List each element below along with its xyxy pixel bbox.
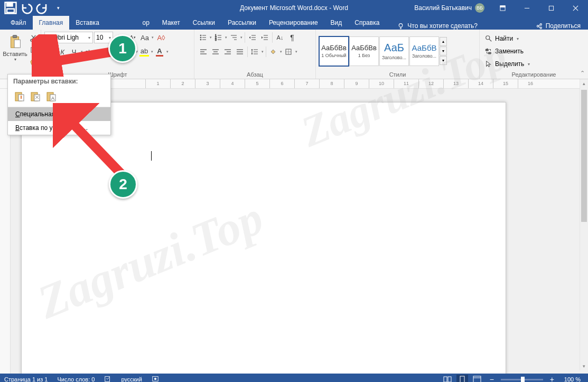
bold-button[interactable]: Ж	[44, 46, 56, 58]
change-case-button[interactable]: Aa	[139, 32, 154, 43]
clear-formatting-icon[interactable]: A◊	[155, 32, 167, 43]
collapse-ribbon-icon[interactable]: ⌃	[578, 69, 587, 78]
tab-partial[interactable]: ор	[140, 16, 156, 30]
search-icon	[485, 35, 492, 42]
language-indicator[interactable]: русский	[121, 376, 142, 382]
paste-text-only-icon[interactable]: A	[45, 90, 58, 103]
paste-merge-icon[interactable]	[29, 90, 42, 103]
styles-up-icon[interactable]: ▴	[440, 37, 447, 46]
tab-insert[interactable]: Вставка	[69, 16, 106, 30]
zoom-level[interactable]: 100 %	[564, 376, 581, 382]
undo-icon[interactable]	[19, 2, 34, 14]
qat-more-icon[interactable]: ▾	[51, 2, 66, 14]
line-spacing-icon[interactable]	[249, 46, 264, 58]
scroll-down-icon[interactable]: ▾	[580, 362, 588, 370]
tab-view[interactable]: Вид	[324, 16, 349, 30]
ruler-mark: 5	[245, 79, 269, 88]
svg-line-65	[489, 39, 491, 41]
tab-file[interactable]: Файл	[4, 16, 33, 30]
proofing-icon[interactable]	[104, 375, 111, 382]
decrease-indent-icon[interactable]	[247, 32, 258, 43]
svg-point-18	[30, 39, 32, 41]
select-button[interactable]: Выделить ▾	[483, 58, 532, 70]
show-marks-icon[interactable]: ¶	[286, 32, 298, 43]
svg-point-29	[200, 39, 201, 40]
ribbon-display-options-icon[interactable]	[491, 0, 514, 16]
align-right-icon[interactable]	[222, 46, 234, 58]
style-no-spacing[interactable]: АаБбВв 1 Без инте...	[349, 36, 379, 66]
increase-indent-icon[interactable]	[259, 32, 270, 43]
sort-icon[interactable]: A↓	[274, 32, 286, 43]
copy-icon[interactable]	[28, 44, 39, 55]
web-layout-icon[interactable]	[471, 375, 483, 382]
styles-more-icon[interactable]: ▾	[440, 56, 447, 65]
vertical-scrollbar[interactable]: ▴ ▾	[580, 79, 588, 370]
shading-icon[interactable]	[268, 46, 283, 58]
group-paragraph: 123 A↓ ¶ Абзац	[194, 30, 316, 79]
ruler-mark: 6	[269, 79, 294, 88]
styles-down-icon[interactable]: ▾	[440, 46, 447, 55]
font-size-value: 10	[96, 34, 103, 41]
document-page[interactable]	[21, 102, 506, 374]
scroll-up-icon[interactable]: ▴	[580, 79, 588, 88]
tab-review[interactable]: Рецензирование	[263, 16, 324, 30]
user-account[interactable]: Василий Батькавич ВБ	[409, 3, 490, 13]
maximize-icon[interactable]	[539, 0, 563, 16]
svg-line-13	[538, 25, 540, 26]
style-heading2[interactable]: АаБбВ Заголово...	[409, 36, 439, 66]
highlight-color-icon[interactable]: ab	[139, 46, 154, 58]
underline-button[interactable]: Ч	[69, 46, 83, 58]
style-heading1[interactable]: АаБ Заголово...	[379, 36, 409, 66]
macro-icon[interactable]	[152, 375, 159, 382]
svg-point-9	[399, 23, 403, 27]
zoom-slider[interactable]	[501, 379, 543, 380]
tab-mailings[interactable]: Рассылки	[221, 16, 263, 30]
find-button[interactable]: Найти ▾	[483, 33, 532, 44]
font-name-value: Calibri Ligh	[47, 34, 79, 41]
cut-icon[interactable]	[28, 33, 39, 43]
font-name-select[interactable]: Calibri Ligh▾	[44, 32, 93, 43]
style-normal[interactable]: АаБбВв 1 Обычный	[319, 36, 349, 66]
multilevel-list-icon[interactable]	[228, 32, 243, 43]
replace-button[interactable]: abac Заменить	[483, 45, 532, 57]
word-count[interactable]: Число слов: 0	[57, 376, 95, 382]
tab-help[interactable]: Справка	[348, 16, 386, 30]
svg-rect-80	[460, 376, 464, 382]
ruler-mark: 3	[195, 79, 220, 88]
svg-rect-81	[473, 376, 481, 382]
share-button[interactable]: Поделиться	[528, 22, 588, 30]
page-indicator[interactable]: Страница 1 из 1	[4, 376, 48, 382]
align-left-icon[interactable]	[198, 46, 209, 58]
zoom-out-icon[interactable]: −	[486, 375, 498, 382]
minimize-icon[interactable]	[515, 0, 538, 16]
scroll-thumb[interactable]	[581, 90, 587, 222]
align-center-icon[interactable]	[210, 46, 221, 58]
close-icon[interactable]	[564, 0, 587, 16]
zoom-in-icon[interactable]: +	[546, 375, 558, 382]
save-icon[interactable]	[3, 2, 18, 14]
italic-button[interactable]: К	[57, 46, 68, 58]
print-layout-icon[interactable]	[456, 375, 468, 382]
svg-rect-2	[7, 9, 14, 13]
paste-keep-source-icon[interactable]	[13, 90, 26, 103]
redo-icon[interactable]	[35, 2, 50, 14]
strikethrough-button[interactable]: abc	[84, 46, 96, 58]
borders-icon[interactable]	[283, 46, 298, 58]
format-painter-icon[interactable]	[28, 56, 39, 67]
read-mode-icon[interactable]	[442, 375, 453, 382]
find-label: Найти	[495, 35, 513, 42]
paste-dropdown-icon[interactable]: ▾	[14, 57, 16, 62]
tab-references[interactable]: Ссылки	[186, 16, 221, 30]
bullets-icon[interactable]	[198, 32, 212, 43]
paste-button[interactable]: Вставить ▾	[3, 32, 27, 70]
tell-me-search[interactable]: Что вы хотите сделать?	[391, 22, 484, 30]
subscript-button[interactable]: x2	[96, 46, 108, 58]
ruler-mark: 9	[344, 79, 369, 88]
justify-icon[interactable]	[234, 46, 246, 58]
numbering-icon[interactable]: 123	[213, 32, 228, 43]
font-color-icon[interactable]: A	[154, 46, 169, 58]
paste-default-item[interactable]: Вставка по умолчанию...	[8, 121, 110, 135]
tab-home[interactable]: Главная	[33, 16, 70, 30]
paste-special-item[interactable]: Специальная вставка...	[8, 107, 110, 121]
tab-layout[interactable]: Макет	[156, 16, 186, 30]
